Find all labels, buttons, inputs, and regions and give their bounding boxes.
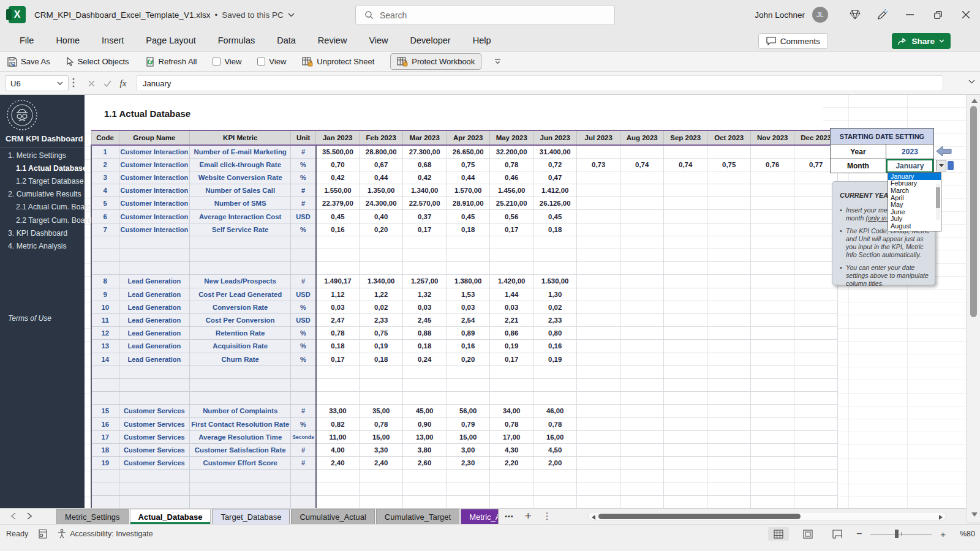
refresh-all-button[interactable]: Refresh All [145,57,197,67]
empty-cell[interactable] [577,378,620,391]
avatar[interactable]: JL [812,7,828,23]
dropdown-option-april[interactable]: April [888,194,941,201]
empty-cell[interactable] [316,262,360,275]
value-cell[interactable]: 0,18 [403,340,447,353]
value-cell[interactable]: 1.420,00 [490,275,533,288]
sidebar-item-1-2-target-database[interactable]: 1.2 Target Database [0,174,85,187]
unit-cell[interactable]: USD [291,288,316,301]
value-cell[interactable] [577,145,620,158]
value-cell[interactable] [751,275,794,288]
value-cell[interactable] [664,145,707,158]
empty-cell[interactable] [403,482,447,495]
value-cell[interactable]: 0,03 [490,301,533,313]
empty-cell[interactable] [490,236,533,249]
value-cell[interactable]: 0,17 [316,353,360,365]
empty-cell[interactable] [91,482,119,495]
empty-cell[interactable] [620,392,664,405]
empty-cell[interactable] [620,482,664,495]
column-header[interactable]: KPI Metric [190,130,291,145]
value-cell[interactable] [751,457,794,470]
empty-cell[interactable] [707,392,751,405]
empty-cell[interactable] [707,495,751,508]
value-cell[interactable]: 1.570,00 [447,184,490,197]
kpi-metric-cell[interactable]: Cost Per Conversion [190,313,291,326]
formula-input[interactable]: January [136,75,943,91]
value-cell[interactable]: 3,00 [447,443,490,456]
value-cell[interactable]: 13,00 [403,430,447,443]
value-cell[interactable]: 0,18 [447,223,490,236]
value-cell[interactable]: 1.380,00 [447,275,490,288]
value-cell[interactable] [664,275,707,288]
save-as-button[interactable]: Save As [7,57,50,67]
empty-cell[interactable] [316,495,360,508]
empty-cell[interactable] [490,262,533,275]
empty-cell[interactable] [664,470,707,482]
value-cell[interactable]: 2,40 [360,457,403,470]
unit-cell[interactable]: # [291,184,316,197]
empty-cell[interactable] [620,249,664,262]
unit-cell[interactable]: % [291,418,316,430]
empty-cell[interactable] [447,262,490,275]
formula-bar-expand-icon[interactable] [968,80,975,84]
month-value-cell[interactable]: January [886,159,933,173]
empty-cell[interactable] [119,365,190,378]
value-cell[interactable]: 0,20 [447,353,490,365]
editor-pen-icon[interactable] [869,0,895,29]
sidebar-item-4-metric-analysis[interactable]: 4. Metric Analysis [0,239,85,252]
value-cell[interactable] [707,288,751,301]
value-cell[interactable]: 0,03 [403,301,447,313]
empty-cell[interactable] [291,249,316,262]
empty-cell[interactable] [91,262,119,275]
value-cell[interactable]: 3,30 [360,443,403,456]
empty-cell[interactable] [577,249,620,262]
empty-cell[interactable] [664,378,707,391]
group-name-cell[interactable]: Lead Generation [119,340,190,353]
value-cell[interactable]: 1.340,00 [360,275,403,288]
empty-cell[interactable] [91,236,119,249]
empty-cell[interactable] [291,236,316,249]
value-cell[interactable] [577,418,620,430]
value-cell[interactable]: 2,30 [447,457,490,470]
value-cell[interactable]: 0,16 [447,340,490,353]
empty-cell[interactable] [316,378,360,391]
empty-cell[interactable] [533,365,577,378]
code-cell[interactable]: 17 [91,430,119,443]
empty-cell[interactable] [447,249,490,262]
name-box-chevron-icon[interactable] [57,81,63,85]
kpi-metric-cell[interactable]: Number of SMS [190,197,291,210]
empty-cell[interactable] [360,249,403,262]
value-cell[interactable]: 4,50 [533,443,577,456]
value-cell[interactable]: 2,40 [316,457,360,470]
value-cell[interactable] [577,353,620,365]
value-cell[interactable] [577,405,620,418]
empty-cell[interactable] [490,482,533,495]
value-cell[interactable] [664,301,707,313]
value-cell[interactable] [707,418,751,430]
kpi-metric-cell[interactable]: Average Interaction Cost [190,210,291,223]
value-cell[interactable]: 0,75 [447,158,490,171]
empty-cell[interactable] [794,470,838,482]
value-cell[interactable] [620,418,664,430]
value-cell[interactable]: 0,78 [533,418,577,430]
scroll-left-arrow-icon[interactable] [592,515,595,520]
spreadsheet-canvas[interactable]: 1.1 Actual Database CodeGroup NameKPI Me… [85,95,967,508]
empty-cell[interactable] [316,236,360,249]
value-cell[interactable]: 33,00 [316,405,360,418]
search-input[interactable]: Search [355,5,615,25]
value-cell[interactable] [664,405,707,418]
kpi-metric-cell[interactable]: Cost Per Lead Generated [190,288,291,301]
value-cell[interactable]: 0,24 [403,353,447,365]
code-cell[interactable]: 2 [91,158,119,171]
value-cell[interactable] [751,405,794,418]
empty-cell[interactable] [291,378,316,391]
insert-function-icon[interactable]: fx [115,75,131,91]
value-cell[interactable]: 0,18 [360,353,403,365]
kpi-metric-cell[interactable]: Number of Complaints [190,405,291,418]
value-cell[interactable]: 0,47 [533,171,577,184]
unit-cell[interactable]: USD [291,210,316,223]
kpi-metric-cell[interactable]: Website Conversion Rate [190,171,291,184]
sheet-tab-cumulative_target[interactable]: Cumulative_Target [376,509,459,524]
empty-cell[interactable] [533,262,577,275]
value-cell[interactable] [620,430,664,443]
value-cell[interactable]: 2,33 [533,313,577,326]
